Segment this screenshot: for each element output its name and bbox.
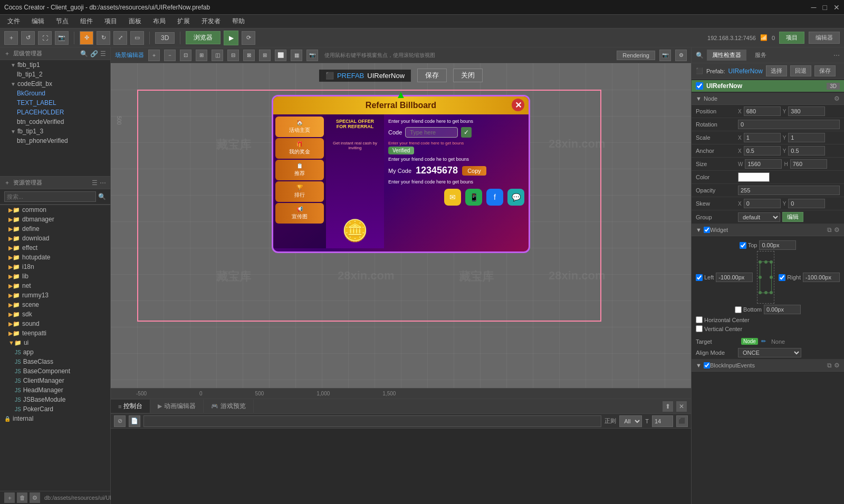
align-mode-select[interactable]: ONCE xyxy=(738,348,801,357)
scene-save-btn[interactable]: 保存 xyxy=(417,69,447,82)
scene-tool7-btn[interactable]: ▦ xyxy=(291,50,302,61)
scene-tool3-btn[interactable]: ⊟ xyxy=(227,50,239,61)
tab-service[interactable]: 服务 xyxy=(750,50,772,61)
asset-folder-i18n[interactable]: ▶📁 i18n xyxy=(0,262,110,272)
menu-node[interactable]: 节点 xyxy=(51,16,74,27)
asset-file-pokercard[interactable]: JS PokerCard xyxy=(0,404,110,414)
asset-file-baseclass[interactable]: JS BaseClass xyxy=(0,357,110,366)
tree-item[interactable]: ▼codeEdit_bx xyxy=(0,79,110,89)
menu-developer[interactable]: 开发者 xyxy=(196,16,226,27)
size-w-input[interactable] xyxy=(745,159,782,169)
component-checkbox[interactable] xyxy=(696,82,703,90)
scene-tool6-btn[interactable]: ⬜ xyxy=(275,50,286,61)
opacity-input[interactable] xyxy=(738,186,840,195)
toolbar-play-btn[interactable]: ▶ xyxy=(224,31,238,45)
widget-section-header[interactable]: ▼ Widget ⧉ ⚙ xyxy=(692,224,844,236)
toolbar-screenshot-btn[interactable]: 📷 xyxy=(55,31,69,45)
code-input[interactable] xyxy=(405,127,458,138)
group-edit-btn[interactable]: 编辑 xyxy=(782,212,803,222)
asset-file-clientmanager[interactable]: JS ClientManager xyxy=(0,376,110,385)
share-whatsapp-btn[interactable]: 📱 xyxy=(465,189,482,206)
popup-menu-recommend[interactable]: 📋 推荐 xyxy=(275,160,324,180)
console-file-btn[interactable]: 📄 xyxy=(129,415,140,427)
rotation-input[interactable] xyxy=(738,120,840,129)
v-center-checkbox[interactable] xyxy=(696,325,703,332)
tab-float-btn[interactable]: ⬆ xyxy=(663,401,673,412)
asset-folder-net[interactable]: ▶📁 net xyxy=(0,281,110,290)
scene-tool1-btn[interactable]: ⊞ xyxy=(196,50,207,61)
right-checkbox[interactable] xyxy=(779,274,785,281)
top-input[interactable] xyxy=(759,240,796,250)
minimize-button[interactable]: ─ xyxy=(811,3,817,12)
rendering-dropdown[interactable]: Rendering xyxy=(617,51,655,60)
asset-search-btn[interactable]: 🔍 xyxy=(98,193,106,200)
zoom-in-btn[interactable]: ＋ xyxy=(148,50,160,61)
path-settings-btn[interactable]: ⚙ xyxy=(30,492,40,503)
asset-folder-ui[interactable]: ▼📁 ui xyxy=(0,338,110,347)
toolbar-project-btn[interactable]: 项目 xyxy=(779,32,804,44)
prefab-revert-btn[interactable]: 回退 xyxy=(790,65,811,76)
verify-checkmark[interactable]: ✓ xyxy=(461,127,472,138)
asset-folder-hotupdate[interactable]: ▶📁 hotupdate xyxy=(0,253,110,262)
asset-folder-common[interactable]: ▶📁 common xyxy=(0,205,110,215)
toolbar-move-btn[interactable]: ✤ xyxy=(80,31,93,45)
tab-properties[interactable]: 属性检查器 xyxy=(707,50,746,61)
asset-more-btn[interactable]: ⋯ xyxy=(100,179,106,187)
prefab-select-btn[interactable]: 选择 xyxy=(766,65,787,76)
tab-close-btn[interactable]: ✕ xyxy=(676,401,687,412)
menu-help[interactable]: 帮助 xyxy=(227,16,250,27)
anchor-x-input[interactable] xyxy=(744,146,781,156)
toolbar-fullscreen-btn[interactable]: ⛶ xyxy=(38,31,52,45)
inspector-more-btn[interactable]: ⋯ xyxy=(833,52,840,59)
tree-item[interactable]: PLACEHOLDER xyxy=(0,108,110,117)
close-button[interactable]: ✕ xyxy=(833,3,840,12)
popup-close-btn[interactable]: ✕ xyxy=(512,99,524,111)
prefab-save-btn[interactable]: 保存 xyxy=(814,65,836,76)
asset-internal[interactable]: 🔒 internal xyxy=(0,414,110,423)
node-section-header[interactable]: ▼ Node ⚙ xyxy=(692,93,844,105)
tree-item[interactable]: ▼fbb_tip1 xyxy=(0,60,110,70)
menu-project[interactable]: 项目 xyxy=(99,16,122,27)
block-events-section-header[interactable]: ▼ BlockInputEvents ⧉ ⚙ xyxy=(692,360,844,372)
left-input[interactable] xyxy=(716,273,753,282)
share-facebook-btn[interactable]: f xyxy=(486,189,503,206)
skew-x-input[interactable] xyxy=(744,199,781,208)
menu-layout[interactable]: 布局 xyxy=(148,16,171,27)
tree-item[interactable]: BkGround xyxy=(0,89,110,98)
h-center-checkbox[interactable] xyxy=(696,316,703,323)
tree-item[interactable]: btn_phoneVerified xyxy=(0,136,110,146)
asset-folder-define[interactable]: ▶📁 define xyxy=(0,224,110,234)
copy-btn[interactable]: Copy xyxy=(462,166,486,176)
bottom-checkbox[interactable] xyxy=(735,306,742,313)
tab-animation[interactable]: ▶ 动画编辑器 xyxy=(150,400,204,413)
block-events-settings-icon[interactable]: ⚙ xyxy=(834,362,840,369)
color-swatch[interactable] xyxy=(738,172,770,182)
scale-x-input[interactable] xyxy=(744,133,781,142)
console-filter-input[interactable] xyxy=(143,415,601,427)
menu-edit[interactable]: 编辑 xyxy=(26,16,50,27)
position-y-input[interactable] xyxy=(788,106,825,116)
tab-console[interactable]: ≡ 控制台 xyxy=(111,400,150,413)
menu-component[interactable]: 组件 xyxy=(75,16,98,27)
toolbar-scale-btn[interactable]: ⤢ xyxy=(113,31,127,45)
toolbar-reload-btn[interactable]: ⟳ xyxy=(242,31,255,45)
asset-folder-rummy13[interactable]: ▶📁 rummy13 xyxy=(0,290,110,300)
hierarchy-link-btn[interactable]: 🔗 xyxy=(90,50,98,57)
widget-section-checkbox[interactable] xyxy=(704,227,710,233)
asset-folder-effect[interactable]: ▶📁 effect xyxy=(0,243,110,253)
top-checkbox[interactable] xyxy=(740,242,746,249)
toolbar-3d-btn[interactable]: 3D xyxy=(155,32,175,44)
asset-list-btn[interactable]: ☰ xyxy=(92,179,98,187)
console-expand-btn[interactable]: ⬛ xyxy=(676,415,688,427)
tree-item[interactable]: btn_codeVerified xyxy=(0,117,110,127)
asset-file-jsbasemodule[interactable]: JS JSBaseModule xyxy=(0,395,110,404)
asset-folder-sdk[interactable]: ▶📁 sdk xyxy=(0,309,110,319)
tree-item[interactable]: TEXT_LABEL xyxy=(0,98,110,108)
console-clear-btn[interactable]: ⊘ xyxy=(114,415,126,427)
asset-file-app[interactable]: JS app xyxy=(0,347,110,357)
scene-tool4-btn[interactable]: ⊠ xyxy=(243,50,255,61)
scene-close-btn[interactable]: 关闭 xyxy=(453,69,483,82)
toolbar-rotate-btn[interactable]: ↻ xyxy=(97,31,110,45)
popup-menu-home[interactable]: 🏠 活动主页 xyxy=(275,117,324,137)
asset-file-basecomponent[interactable]: JS BaseComponent xyxy=(0,366,110,376)
